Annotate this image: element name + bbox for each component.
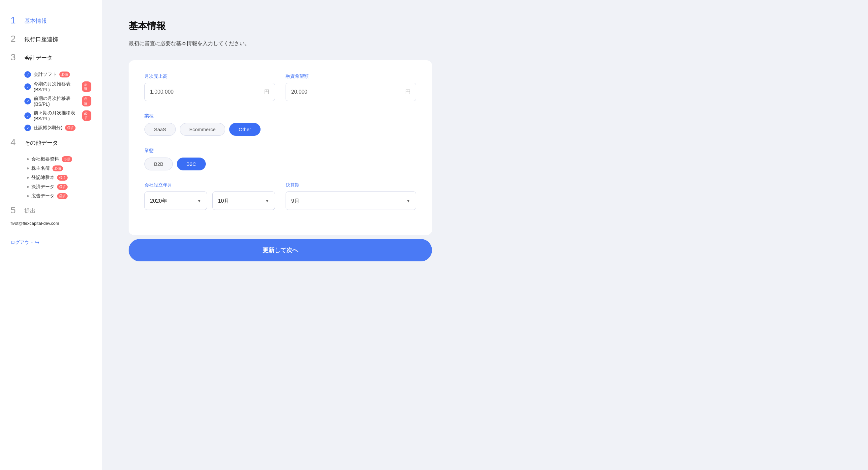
subitem-company-overview: 会社概要資料 必須 bbox=[24, 156, 91, 162]
sidebar-step-2[interactable]: 2 銀行口座連携 bbox=[10, 34, 91, 43]
subitem-prev-monthly: 前期の月次推移表(BS/PL) 必須 bbox=[24, 96, 91, 107]
required-badge: 必須 bbox=[53, 165, 63, 171]
check-icon bbox=[24, 83, 31, 90]
industry-toggle-group: SaaS Ecommerce Other bbox=[145, 123, 416, 136]
sidebar-step-4[interactable]: 4 その他データ bbox=[10, 138, 91, 147]
sidebar-step-5[interactable]: 5 提出 bbox=[10, 206, 91, 215]
sidebar: 1 基本情報 2 銀行口座連携 3 会計データ 会計ソフト 必須 今期の月次推移… bbox=[0, 0, 102, 470]
step-number-2: 2 bbox=[10, 34, 20, 43]
industry-ecommerce-button[interactable]: Ecommerce bbox=[180, 123, 225, 136]
subitem-label: 今期の月次推移表(BS/PL) bbox=[34, 81, 79, 92]
monthly-sales-input-wrapper: 円 bbox=[145, 83, 275, 101]
check-icon bbox=[24, 98, 31, 104]
funding-amount-input-wrapper: 円 bbox=[286, 83, 416, 101]
funding-amount-suffix: 円 bbox=[405, 89, 411, 96]
funding-amount-label: 融資希望額 bbox=[286, 73, 416, 79]
logout-icon: ↪ bbox=[35, 239, 39, 245]
dot-icon bbox=[27, 167, 29, 169]
required-badge: 必須 bbox=[57, 193, 68, 199]
page-subtitle: 最初に審査に必要な基本情報を入力してください。 bbox=[129, 40, 842, 47]
funding-amount-group: 融資希望額 円 bbox=[286, 73, 416, 101]
step-label-3: 会計データ bbox=[24, 53, 53, 62]
subitem-current-monthly: 今期の月次推移表(BS/PL) 必須 bbox=[24, 81, 91, 92]
required-badge: 必須 bbox=[62, 156, 72, 162]
business-b2c-button[interactable]: B2C bbox=[177, 158, 206, 170]
step-number-4: 4 bbox=[10, 138, 20, 147]
dot-icon bbox=[27, 177, 29, 179]
monthly-sales-input[interactable] bbox=[150, 89, 264, 95]
required-badge: 必須 bbox=[82, 96, 91, 106]
dot-icon bbox=[27, 158, 29, 160]
founding-month-wrapper: 1月 2月 3月 4月 5月 6月 7月 8月 9月 10月 11月 12月 bbox=[212, 192, 275, 210]
form-row-amounts: 月次売上高 円 融資希望額 円 bbox=[145, 73, 416, 101]
founding-year-select[interactable]: 2015年 2016年 2017年 2018年 2019年 2020年 2021… bbox=[145, 192, 207, 210]
check-icon bbox=[24, 112, 31, 119]
subitem-prev2-monthly: 前々期の月次推移表(BS/PL) 必須 bbox=[24, 110, 91, 121]
required-badge: 必須 bbox=[82, 81, 91, 92]
step-label-4: その他データ bbox=[24, 138, 58, 147]
monthly-sales-suffix: 円 bbox=[264, 89, 270, 96]
subitem-label: 前々期の月次推移表(BS/PL) bbox=[34, 110, 80, 121]
step-label-1: 基本情報 bbox=[24, 16, 47, 25]
subitem-ad-data: 広告データ 必須 bbox=[24, 193, 91, 199]
founding-year-wrapper: 2015年 2016年 2017年 2018年 2019年 2020年 2021… bbox=[145, 192, 207, 210]
industry-other-button[interactable]: Other bbox=[229, 123, 261, 136]
required-badge: 必須 bbox=[57, 175, 68, 180]
step-number-3: 3 bbox=[10, 53, 20, 62]
dot-icon bbox=[27, 186, 29, 188]
funding-amount-input[interactable] bbox=[291, 89, 405, 95]
industry-label: 業種 bbox=[145, 113, 416, 119]
business-b2b-button[interactable]: B2B bbox=[145, 158, 173, 170]
subitem-label: 株主名簿 bbox=[31, 165, 50, 171]
monthly-sales-group: 月次売上高 円 bbox=[145, 73, 275, 101]
sidebar-subitems-3: 会計ソフト 必須 今期の月次推移表(BS/PL) 必須 前期の月次推移表(BS/… bbox=[24, 71, 91, 131]
industry-saas-button[interactable]: SaaS bbox=[145, 123, 176, 136]
logout-button[interactable]: ログアウト ↪ bbox=[10, 239, 91, 245]
main-content: 基本情報 最初に審査に必要な基本情報を入力してください。 月次売上高 円 融資希… bbox=[102, 0, 868, 470]
sidebar-email: fivot@flexcapital-dev.com bbox=[10, 221, 59, 226]
page-title: 基本情報 bbox=[129, 20, 842, 32]
form-row-industry: 業種 SaaS Ecommerce Other bbox=[145, 113, 416, 136]
form-section: 月次売上高 円 融資希望額 円 業種 SaaS Ecommerce Other bbox=[129, 60, 432, 235]
required-badge: 必須 bbox=[82, 110, 91, 121]
step-label-5: 提出 bbox=[24, 206, 36, 214]
subitem-shareholder: 株主名簿 必須 bbox=[24, 165, 91, 171]
founding-date-label: 会社設立年月 bbox=[145, 182, 275, 188]
subitem-journal: 仕訳帳(3期分) 必須 bbox=[24, 125, 91, 131]
subitem-label: 登記簿謄本 bbox=[31, 175, 54, 180]
subitem-label: 決済データ bbox=[31, 184, 54, 190]
sidebar-subitems-4: 会社概要資料 必須 株主名簿 必須 登記簿謄本 必須 決済データ 必須 広告デー… bbox=[24, 156, 91, 199]
step-number-1: 1 bbox=[10, 16, 20, 25]
required-badge: 必須 bbox=[65, 125, 75, 131]
required-badge: 必須 bbox=[59, 71, 70, 77]
subitem-accounting-software: 会計ソフト 必須 bbox=[24, 71, 91, 78]
form-row-business-type: 業態 B2B B2C bbox=[145, 148, 416, 170]
business-type-label: 業態 bbox=[145, 148, 416, 154]
subitem-label: 会計ソフト bbox=[34, 71, 57, 77]
monthly-sales-label: 月次売上高 bbox=[145, 73, 275, 79]
form-row-dates: 会社設立年月 2015年 2016年 2017年 2018年 2019年 202… bbox=[145, 182, 416, 210]
subitem-label: 仕訳帳(3期分) bbox=[34, 125, 62, 131]
step-label-2: 銀行口座連携 bbox=[24, 34, 58, 43]
sidebar-step-3[interactable]: 3 会計データ bbox=[10, 53, 91, 62]
fiscal-year-select[interactable]: 1月 2月 3月 4月 5月 6月 7月 8月 9月 10月 11月 12月 bbox=[286, 192, 416, 210]
check-icon bbox=[24, 125, 31, 131]
fiscal-year-group: 決算期 1月 2月 3月 4月 5月 6月 7月 8月 9月 10月 11月 bbox=[286, 182, 416, 210]
logout-label: ログアウト bbox=[10, 240, 34, 245]
sidebar-step-1[interactable]: 1 基本情報 bbox=[10, 16, 91, 25]
submit-button[interactable]: 更新して次へ bbox=[129, 239, 432, 261]
founding-date-row: 2015年 2016年 2017年 2018年 2019年 2020年 2021… bbox=[145, 192, 275, 210]
subitem-label: 広告データ bbox=[31, 193, 54, 199]
subitem-label: 前期の月次推移表(BS/PL) bbox=[34, 96, 79, 107]
check-icon bbox=[24, 71, 31, 78]
step-number-5: 5 bbox=[10, 206, 20, 215]
fiscal-year-wrapper: 1月 2月 3月 4月 5月 6月 7月 8月 9月 10月 11月 12月 ▼ bbox=[286, 192, 416, 210]
dot-icon bbox=[27, 195, 29, 197]
founding-month-select[interactable]: 1月 2月 3月 4月 5月 6月 7月 8月 9月 10月 11月 12月 bbox=[213, 192, 275, 210]
business-type-toggle-group: B2B B2C bbox=[145, 158, 416, 170]
subitem-label: 会社概要資料 bbox=[31, 156, 59, 162]
required-badge: 必須 bbox=[57, 184, 68, 190]
fiscal-year-label: 決算期 bbox=[286, 182, 416, 188]
subitem-registry: 登記簿謄本 必須 bbox=[24, 175, 91, 180]
founding-date-group: 会社設立年月 2015年 2016年 2017年 2018年 2019年 202… bbox=[145, 182, 275, 210]
